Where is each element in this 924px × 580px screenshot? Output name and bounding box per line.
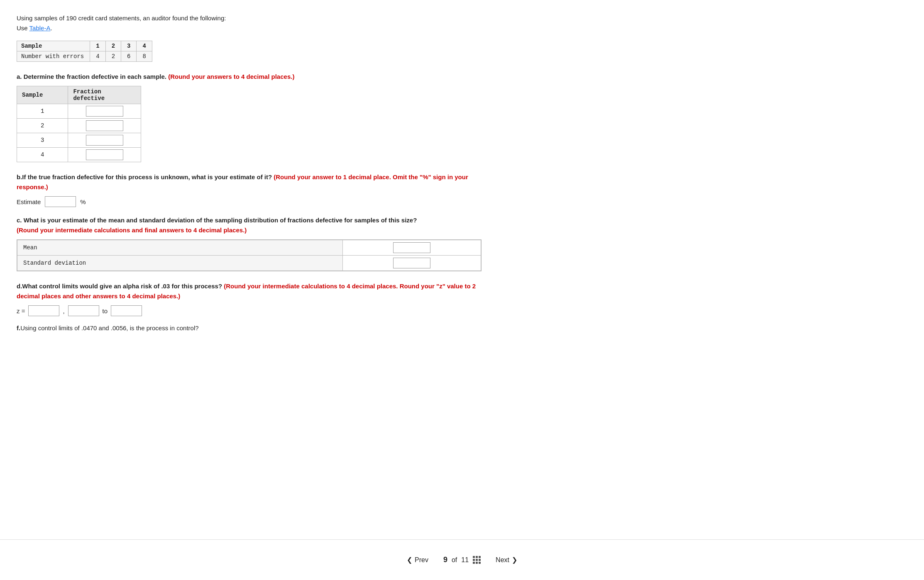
section-c-label: c. What is your estimate of the mean and… — [17, 215, 482, 235]
intro-line2-end: . — [50, 24, 52, 32]
data-table-header-3: 3 — [121, 41, 137, 51]
z-label: z = — [17, 307, 25, 314]
frac-input-1[interactable] — [86, 106, 123, 117]
sample-num-4: 4 — [17, 148, 68, 162]
mean-label: Mean — [17, 240, 343, 256]
frac-input-3[interactable] — [86, 135, 123, 146]
std-dev-input-cell — [342, 256, 481, 271]
table-row: 4 — [17, 148, 141, 162]
section-d-text: What control limits would give an alpha … — [22, 283, 224, 290]
frac-header-fraction: Fraction defective — [68, 86, 141, 104]
sample-num-2: 2 — [17, 119, 68, 133]
intro-line2: Use — [17, 24, 29, 32]
section-c-note: (Round your intermediate calculations an… — [17, 227, 247, 234]
mean-input[interactable] — [393, 242, 430, 253]
fraction-defective-table: Sample Fraction defective 1 2 3 4 — [17, 86, 141, 162]
data-table-val-1: 4 — [90, 51, 105, 62]
section-a-label: a. Determine the fraction defective in e… — [17, 72, 482, 82]
data-table-header-1: 1 — [90, 41, 105, 51]
mean-input-cell — [342, 240, 481, 256]
section-b-text: If the true fraction defective for this … — [22, 173, 274, 180]
table-a-link[interactable]: Table-A — [29, 24, 51, 32]
table-row: Standard deviation — [17, 256, 481, 271]
z-input[interactable] — [28, 305, 59, 316]
table-row: 1 — [17, 104, 141, 119]
data-table-header-4: 4 — [137, 41, 152, 51]
mean-std-table: Mean Standard deviation — [17, 239, 482, 271]
section-a-note: (Round your answers to 4 decimal places.… — [168, 73, 294, 80]
lower-limit-input[interactable] — [68, 305, 99, 316]
data-table: Sample 1 2 3 4 Number with errors 4 2 6 … — [17, 41, 152, 62]
table-row: Mean — [17, 240, 481, 256]
frac-header-sample: Sample — [17, 86, 68, 104]
sample-num-3: 3 — [17, 133, 68, 148]
to-label: to — [103, 307, 108, 314]
upper-limit-input[interactable] — [111, 305, 142, 316]
std-dev-input[interactable] — [393, 258, 430, 268]
frac-input-cell-1 — [68, 104, 141, 119]
sample-num-1: 1 — [17, 104, 68, 119]
section-b-label: b.If the true fraction defective for thi… — [17, 172, 482, 192]
frac-input-cell-4 — [68, 148, 141, 162]
estimate-label: Estimate — [17, 198, 41, 205]
table-row: 2 — [17, 119, 141, 133]
frac-input-4[interactable] — [86, 149, 123, 160]
intro-text: Using samples of 190 credit card stateme… — [17, 13, 482, 33]
section-f-text: Using control limits of .0470 and .0056,… — [20, 324, 198, 331]
z-row: z = , to — [17, 305, 482, 316]
frac-input-cell-3 — [68, 133, 141, 148]
section-f: f.Using control limits of .0470 and .005… — [17, 324, 482, 331]
data-table-val-2: 2 — [105, 51, 121, 62]
percent-sign: % — [80, 198, 86, 205]
data-table-val-4: 8 — [137, 51, 152, 62]
data-table-val-3: 6 — [121, 51, 137, 62]
frac-input-cell-2 — [68, 119, 141, 133]
table-row: 3 — [17, 133, 141, 148]
comma: , — [63, 307, 64, 314]
std-dev-label: Standard deviation — [17, 256, 343, 271]
data-table-row-label: Number with errors — [17, 51, 90, 62]
data-table-header-sample: Sample — [17, 41, 90, 51]
data-table-header-2: 2 — [105, 41, 121, 51]
intro-line1: Using samples of 190 credit card stateme… — [17, 15, 226, 22]
frac-input-2[interactable] — [86, 120, 123, 131]
section-d-label: d.What control limits would give an alph… — [17, 281, 482, 301]
estimate-input[interactable] — [45, 196, 76, 207]
estimate-row: Estimate % — [17, 196, 482, 207]
